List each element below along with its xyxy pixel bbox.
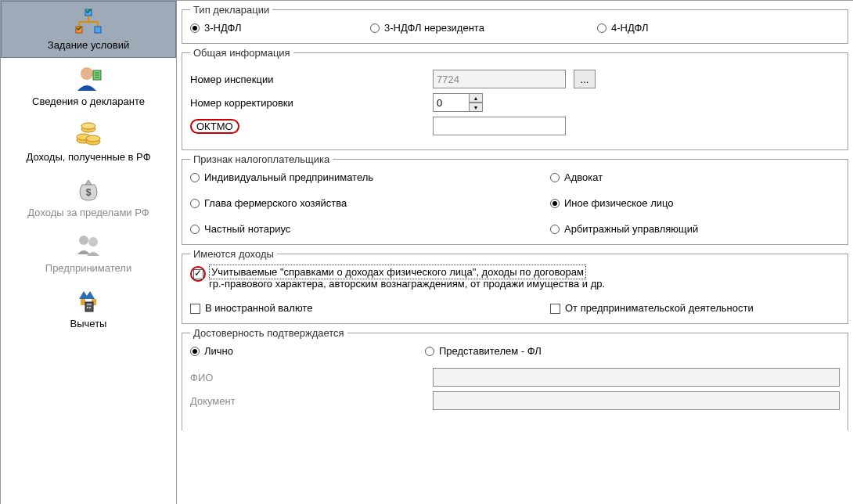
label-inspection: Номер инспекции [190,74,425,85]
sidebar-label-conditions: Задание условий [48,39,129,51]
group-taxpayer-type: Признак налогоплательщика Индивидуальный… [182,153,848,245]
sidebar-label-income-rf: Доходы, полученные в РФ [26,151,150,163]
legend-trust: Достоверность подтверждается [190,327,347,339]
radio-trust-representative[interactable]: Представителем - ФЛ [425,345,542,357]
radio-dot-icon [550,225,560,234]
svg-rect-25 [87,307,88,308]
checkbox-business-income[interactable]: От предпринимательской деятельности [550,302,840,314]
radio-3ndfl[interactable]: 3-НДФЛ [190,22,370,34]
radio-dot-icon [190,225,200,234]
svg-rect-26 [89,307,91,308]
label-fio: ФИО [190,372,425,383]
deductions-icon [73,285,104,316]
svg-rect-6 [95,27,101,33]
radio-trust-self[interactable]: Лично [190,345,425,357]
radio-dot-icon [190,173,200,182]
checkbox-foreign-currency[interactable]: В иностранной валюте [190,302,550,314]
label-oktmo: ОКТМО [190,119,425,134]
label-correction: Номер корректировки [190,97,425,109]
entrepreneurs-icon [73,229,104,261]
radio-other-person[interactable]: Иное физическое лицо [550,197,840,209]
person-icon [73,63,104,94]
sidebar-label-declarant: Сведения о декларанте [32,95,145,107]
radio-arbitr[interactable]: Арбитражный управляющий [550,223,840,235]
radio-dot-icon [190,347,200,356]
legend-declaration-type: Тип декларации [190,4,272,16]
radio-dot-icon [550,199,560,208]
coins-rf-icon [73,118,104,149]
sidebar: Задание условий Сведения о декларанте [1,1,177,504]
svg-rect-21 [81,299,85,305]
sidebar-label-deductions: Вычеты [70,318,107,329]
radio-dot-icon [425,347,434,356]
sidebar-item-conditions[interactable]: Задание условий [1,1,176,58]
svg-rect-24 [87,304,92,305]
radio-farm-head[interactable]: Глава фермерского хозяйства [190,197,550,209]
radio-dot-icon [550,173,560,182]
sidebar-label-entrepreneurs: Предприниматели [45,262,131,274]
group-general-info: Общая информация Номер инспекции ... Ном… [182,47,848,150]
income-main-highlight-ring [190,266,206,282]
conditions-icon [73,6,104,38]
input-inspection[interactable] [433,70,566,88]
input-fio [433,368,840,387]
radio-dot-icon [370,23,380,33]
checkbox-icon [190,304,200,314]
radio-dot-icon [190,23,200,33]
sidebar-item-income-rf[interactable]: Доходы, полученные в РФ [1,113,176,169]
income-main-label-wrap: Учитываемые "справками о доходах физичес… [209,266,605,290]
radio-lawyer[interactable]: Адвокат [550,171,840,183]
correction-stepper[interactable]: ▲ ▼ [433,93,840,112]
svg-point-7 [81,67,93,80]
oktmo-highlight-ring: ОКТМО [190,119,239,134]
radio-ip[interactable]: Индивидуальный предприниматель [190,171,550,183]
input-oktmo[interactable] [433,117,566,135]
money-bag-icon: $ [73,174,104,205]
legend-general-info: Общая информация [190,47,293,59]
radio-dot-icon [190,199,200,208]
main-panel: Тип декларации 3-НДФЛ 3-НДФЛ нерезидента… [177,1,853,504]
sidebar-item-declarant[interactable]: Сведения о декларанте [1,58,176,113]
legend-taxpayer-type: Признак налогоплательщика [190,153,333,165]
spin-down-button[interactable]: ▼ [469,103,483,112]
group-declaration-type: Тип декларации 3-НДФЛ 3-НДФЛ нерезидента… [182,4,848,44]
group-trust: Достоверность подтверждается Лично Предс… [182,327,848,430]
sidebar-item-income-foreign[interactable]: $ Доходы за пределами РФ [1,169,176,225]
svg-point-15 [86,135,100,142]
radio-3ndfl-nonresident[interactable]: 3-НДФЛ нерезидента [370,22,597,34]
group-income: Имеются доходы Учитываемые "справками о … [182,248,848,324]
sidebar-label-income-foreign: Доходы за пределами РФ [27,207,149,218]
sidebar-item-entrepreneurs[interactable]: Предприниматели [1,225,176,280]
radio-notary[interactable]: Частный нотариус [190,223,550,235]
checkbox-income-main[interactable] [193,269,203,279]
svg-point-17 [81,123,95,129]
spin-up-button[interactable]: ▲ [469,93,483,103]
inspection-lookup-button[interactable]: ... [574,70,596,88]
label-document: Документ [190,395,425,407]
svg-text:$: $ [86,187,92,198]
svg-point-19 [79,236,88,245]
radio-4ndfl[interactable]: 4-НДФЛ [597,22,648,34]
radio-dot-icon [597,23,606,33]
input-document [433,391,840,410]
income-main-line2: гр.-правового характера, авторским возна… [209,278,605,290]
svg-point-20 [88,237,98,247]
checkbox-icon [550,304,560,314]
legend-income: Имеются доходы [190,248,277,260]
input-correction[interactable] [433,93,469,112]
sidebar-item-deductions[interactable]: Вычеты [1,280,176,336]
